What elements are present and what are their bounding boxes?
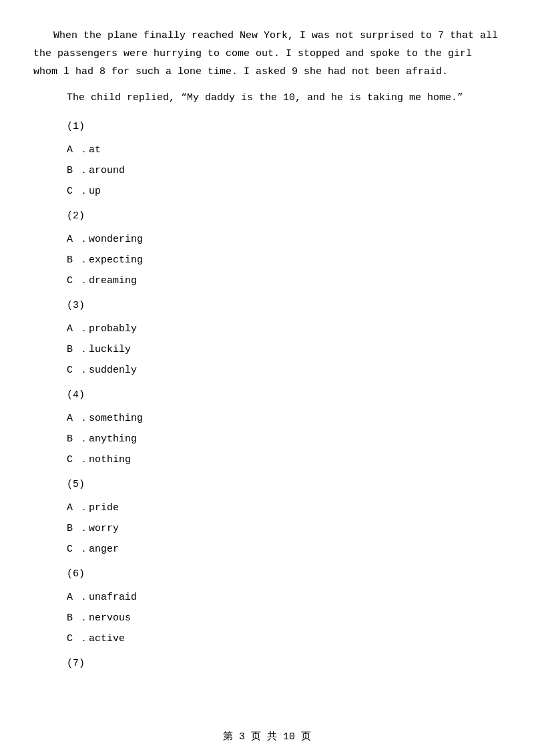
paragraph1: When the plane finally reached New York,…: [33, 27, 501, 81]
option-4-C: C ．nothing: [67, 451, 501, 469]
option-2-B: B ．expecting: [67, 251, 501, 269]
option-1-C: C ．up: [67, 182, 501, 200]
question-number-6: (6): [67, 565, 501, 583]
option-6-C: C ．active: [67, 630, 501, 648]
page-footer: 第 3 页 共 10 页: [0, 730, 534, 743]
questions-container: (1)A ．atB ．aroundC ．up(2)A ．wonderingB ．…: [33, 118, 501, 673]
option-3-A: A ．probably: [67, 320, 501, 338]
option-1-B: B ．around: [67, 162, 501, 180]
option-4-A: A ．something: [67, 409, 501, 427]
question-number-2: (2): [67, 207, 501, 225]
option-3-C: C ．suddenly: [67, 361, 501, 379]
option-2-A: A ．wondering: [67, 230, 501, 248]
question-number-4: (4): [67, 386, 501, 404]
footer-text: 第 3 页 共 10 页: [223, 731, 311, 743]
option-3-B: B ．luckily: [67, 341, 501, 359]
option-6-A: A ．unafraid: [67, 588, 501, 606]
dialogue: The child replied, “My daddy is the 10, …: [67, 89, 501, 107]
option-4-B: B ．anything: [67, 430, 501, 448]
question-number-7: (7): [67, 654, 501, 673]
question-number-1: (1): [67, 118, 501, 136]
option-5-B: B ．worry: [67, 520, 501, 538]
option-6-B: B ．nervous: [67, 609, 501, 627]
option-5-A: A ．pride: [67, 499, 501, 517]
option-1-A: A ．at: [67, 141, 501, 159]
question-number-5: (5): [67, 476, 501, 494]
option-2-C: C ．dreaming: [67, 272, 501, 290]
page-content: When the plane finally reached New York,…: [0, 0, 534, 718]
option-5-C: C ．anger: [67, 540, 501, 558]
question-number-3: (3): [67, 297, 501, 315]
